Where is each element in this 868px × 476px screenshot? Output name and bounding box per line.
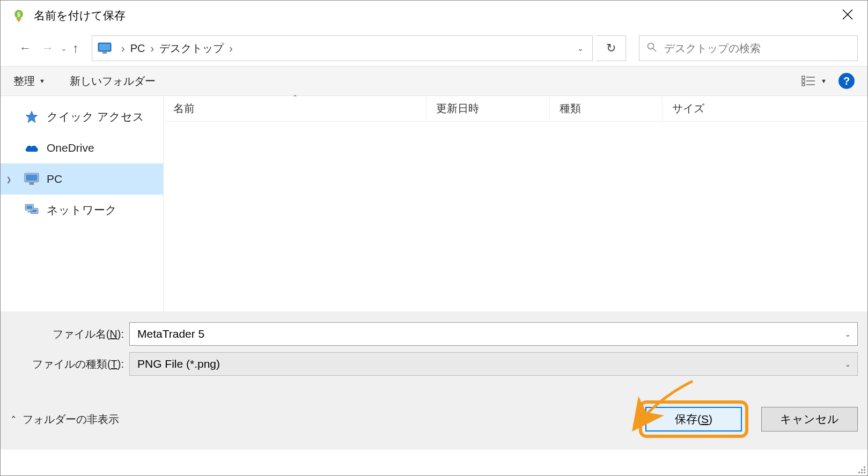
svg-rect-10	[802, 80, 805, 83]
window-title: 名前を付けて保存	[34, 8, 126, 23]
sidebar-label: OneDrive	[47, 142, 94, 154]
breadcrumb-sep: ›	[227, 42, 235, 55]
filename-value: MetaTrader 5	[137, 328, 204, 340]
col-label: 名前	[173, 101, 195, 116]
caret-down-icon: ▼	[821, 78, 827, 84]
sidebar-item-network[interactable]: ネットワーク	[1, 195, 163, 226]
col-label: 種類	[560, 101, 581, 116]
svg-rect-9	[802, 76, 805, 79]
svg-point-7	[648, 43, 654, 49]
svg-rect-18	[30, 182, 34, 184]
close-button[interactable]	[837, 7, 858, 24]
filetype-row: ファイルの種類(T): PNG File (*.png) ⌄	[10, 352, 858, 376]
body-area: クイック アクセス OneDrive PC	[1, 96, 867, 311]
caret-down-icon: ▼	[39, 78, 45, 84]
breadcrumb-sep: ›	[148, 42, 156, 55]
hide-folders-toggle[interactable]: ⌃ フォルダーの非表示	[10, 412, 119, 427]
sidebar-item-pc[interactable]: PC	[1, 163, 163, 195]
column-headers: ⌃ 名前 更新日時 種類 サイズ	[164, 96, 867, 122]
filetype-label: ファイルの種類(T):	[10, 357, 129, 371]
organize-menu[interactable]: 整理 ▼	[13, 74, 45, 88]
pc-icon	[24, 172, 39, 187]
star-icon	[24, 109, 39, 124]
help-button[interactable]: ?	[838, 73, 855, 89]
refresh-button[interactable]: ↻	[596, 35, 626, 61]
app-icon: $	[10, 7, 27, 24]
view-options-button[interactable]: ▼	[801, 76, 827, 86]
network-icon	[24, 203, 39, 218]
save-button[interactable]: 保存(S)	[645, 407, 742, 432]
col-date[interactable]: 更新日時	[426, 96, 550, 121]
dropdown-caret-icon[interactable]: ⌄	[845, 360, 851, 368]
breadcrumb-pc[interactable]: PC	[127, 42, 149, 55]
svg-rect-5	[99, 44, 110, 50]
sort-asc-icon: ⌃	[292, 94, 298, 101]
svg-rect-17	[26, 174, 38, 181]
organize-label: 整理	[13, 74, 35, 88]
resize-grip[interactable]	[856, 464, 865, 473]
address-dropdown[interactable]: ⌄	[574, 44, 587, 53]
view-list-icon	[801, 76, 815, 86]
search-placeholder: デスクトップの検索	[664, 41, 761, 56]
file-list: ⌃ 名前 更新日時 種類 サイズ	[164, 96, 867, 311]
toolbar: 整理 ▼ 新しいフォルダー ▼ ?	[1, 66, 867, 96]
cancel-button[interactable]: キャンセル	[761, 407, 858, 432]
cloud-icon	[24, 140, 39, 155]
save-highlight: 保存(S)	[639, 400, 748, 438]
filename-label: ファイル名(N):	[10, 327, 129, 341]
up-button[interactable]: ↑	[72, 41, 79, 56]
sidebar-item-quickaccess[interactable]: クイック アクセス	[1, 101, 163, 132]
chevron-up-icon: ⌃	[10, 414, 17, 424]
sidebar-label: クイック アクセス	[47, 109, 144, 124]
filename-input[interactable]: MetaTrader 5 ⌄	[129, 322, 858, 346]
svg-rect-11	[802, 84, 805, 86]
col-name[interactable]: ⌃ 名前	[164, 96, 426, 121]
svg-rect-6	[102, 52, 107, 54]
col-size[interactable]: サイズ	[663, 96, 867, 121]
filetype-select[interactable]: PNG File (*.png) ⌄	[129, 352, 858, 376]
search-icon	[647, 42, 657, 55]
address-bar[interactable]: › PC › デスクトップ › ⌄	[92, 35, 593, 61]
bottom-panel: ファイル名(N): MetaTrader 5 ⌄ ファイルの種類(T): PNG…	[1, 311, 867, 450]
sidebar: クイック アクセス OneDrive PC	[1, 96, 164, 311]
col-label: サイズ	[672, 101, 704, 116]
breadcrumb-desktop[interactable]: デスクトップ	[156, 41, 227, 56]
forward-button[interactable]: →	[38, 39, 57, 58]
dropdown-caret-icon[interactable]: ⌄	[845, 330, 851, 338]
filetype-value: PNG File (*.png)	[137, 358, 220, 370]
svg-text:$: $	[17, 11, 20, 18]
nav-row: ← → ⌄ ↑ › PC › デスクトップ › ⌄ ↻ デスクトップの検索	[1, 31, 867, 66]
col-label: 更新日時	[436, 101, 479, 116]
svg-marker-15	[26, 111, 38, 123]
pc-location-icon	[98, 42, 112, 54]
svg-line-8	[653, 48, 656, 51]
new-folder-button[interactable]: 新しいフォルダー	[70, 74, 156, 88]
breadcrumb-sep: ›	[119, 42, 127, 55]
back-button[interactable]: ←	[16, 39, 35, 58]
svg-rect-22	[32, 210, 37, 212]
footer-row: ⌃ フォルダーの非表示 保存(S) キャンセル	[10, 400, 858, 438]
sidebar-item-onedrive[interactable]: OneDrive	[1, 132, 163, 163]
cancel-label: キャンセル	[780, 412, 839, 427]
hide-folders-label: フォルダーの非表示	[23, 412, 119, 427]
search-box[interactable]: デスクトップの検索	[639, 35, 858, 61]
sidebar-label: PC	[47, 173, 62, 185]
title-bar: $ 名前を付けて保存	[1, 1, 867, 31]
filename-row: ファイル名(N): MetaTrader 5 ⌄	[10, 322, 858, 346]
sidebar-label: ネットワーク	[47, 203, 117, 218]
col-type[interactable]: 種類	[550, 96, 663, 121]
history-dropdown[interactable]: ⌄	[61, 44, 67, 53]
